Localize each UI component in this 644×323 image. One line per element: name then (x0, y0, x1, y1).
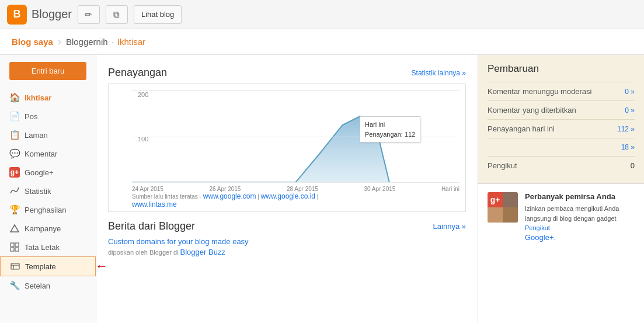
date-4: 30 Apr 2015 (364, 186, 395, 192)
settings-icon: 🔧 (9, 280, 20, 291)
right-panel: Pembaruan Komentar menunggu moderasi 0 »… (478, 55, 644, 323)
pembaruan-box: Pembaruan Komentar menunggu moderasi 0 »… (478, 55, 644, 183)
blogger-name: Blogger (32, 8, 72, 21)
entri-baru-button[interactable]: Entri baru (9, 62, 86, 80)
sidebar-label-kampanye: Kampanye (25, 224, 61, 233)
blog-saya-link[interactable]: Blog saya (12, 37, 53, 47)
blog-dot: · (112, 37, 114, 47)
pembaruan-value-4[interactable]: 18 » (621, 143, 635, 151)
sidebar-label-pos: Pos (25, 112, 37, 121)
sidebar-label-template: Template (25, 262, 56, 271)
sidebar-item-ikhtisar[interactable]: 🏠 Ikhtisar (0, 88, 96, 107)
home-icon: 🏠 (9, 92, 20, 103)
perbanyak-box: g+ Perbanyak pemirsa Anda Izinkan pembac… (478, 183, 644, 250)
edit-button[interactable]: ✏ (78, 5, 100, 24)
sidebar: Entri baru 🏠 Ikhtisar 📄 Pos 📋 Laman 💬 Ko… (0, 55, 96, 323)
ikhtisar-link[interactable]: Ikhtisar (117, 37, 145, 47)
gplus-avatar: g+ (488, 192, 518, 223)
copy-button[interactable]: ⧉ (106, 5, 128, 24)
date-5: Hari ini (441, 186, 459, 192)
blog-name: Bloggernih (66, 37, 108, 47)
sidebar-label-ikhtisar: Ikhtisar (25, 93, 51, 102)
source-link-lintas[interactable]: www.lintas.me (132, 200, 177, 209)
grid-top (132, 90, 459, 91)
sidebar-label-komentar: Komentar (25, 150, 57, 158)
pembaruan-value-1[interactable]: 0 » (625, 88, 635, 96)
pembaruan-row-4: 18 » (488, 138, 635, 156)
sidebar-label-penghasilan: Penghasilan (25, 206, 67, 214)
berita-lainnya-link[interactable]: Lainnya » (433, 222, 466, 231)
sidebar-label-gplus: Google+ (25, 168, 54, 177)
sidebar-label-laman: Laman (25, 131, 48, 140)
chart-dates: 24 Apr 2015 26 Apr 2015 28 Apr 2015 30 A… (132, 186, 459, 192)
sidebar-item-tata-letak[interactable]: Tata Letak (0, 238, 96, 256)
gplus-icon: g+ (9, 167, 20, 178)
sidebar-item-google-plus[interactable]: g+ Google+ (0, 163, 96, 182)
pages-icon: 📋 (9, 130, 20, 140)
berita-post-title[interactable]: Custom domains for your blog made easy (108, 237, 249, 246)
content-area: Penayangan Statistik lainnya » 200 100 (96, 55, 478, 323)
author-text: diposkan oleh Blogger di (108, 249, 178, 256)
blogger-buzz-link[interactable]: Blogger Buzz (180, 248, 225, 256)
date-3: 28 Apr 2015 (287, 186, 318, 192)
sidebar-label-setelan: Setelan (25, 282, 50, 290)
berita-post: Custom domains for your blog made easy d… (108, 237, 466, 256)
perbanyak-content: Perbanyak pemirsa Anda Izinkan pembaca m… (525, 192, 635, 242)
lihat-blog-button[interactable]: Lihat blog (134, 5, 182, 24)
berita-author: diposkan oleh Blogger di Blogger Buzz (108, 248, 466, 256)
date-1: 24 Apr 2015 (132, 186, 163, 192)
copy-icon: ⧉ (113, 9, 120, 20)
statistik-link[interactable]: Statistik lainnya » (412, 69, 466, 77)
pembaruan-value-3[interactable]: 112 » (617, 125, 635, 133)
grid-mid (132, 137, 459, 137)
y-label-200: 200 (138, 91, 148, 98)
gplus-cell-2 (488, 207, 503, 223)
source-link-google[interactable]: www.google.com (203, 192, 256, 200)
penayangan-header: Penayangan Statistik lainnya » (108, 67, 466, 79)
sidebar-item-setelan[interactable]: 🔧 Setelan (0, 276, 96, 295)
svg-rect-5 (11, 263, 19, 269)
pembaruan-label-3: Penayangan hari ini (488, 124, 555, 133)
pengikut-link[interactable]: Pengikut (525, 224, 550, 231)
sidebar-item-komentar[interactable]: 💬 Komentar (0, 144, 96, 163)
perbanyak-desc-start: Izinkan pembaca mengikuti Anda langsung … (525, 205, 619, 222)
svg-rect-2 (15, 243, 19, 246)
chart-source: Sumber lalu lintas teratas - www.google.… (132, 192, 459, 209)
chart-dot (375, 131, 380, 136)
pembaruan-label-1: Komentar menunggu moderasi (488, 87, 592, 96)
google-plus-link[interactable]: Google+. (525, 233, 556, 242)
source-link-google-id[interactable]: www.google.co.id (261, 192, 315, 200)
blogger-icon: B (7, 5, 27, 25)
berita-title: Berita dari Blogger (108, 220, 195, 232)
gplus-cell-logo: g+ (488, 192, 503, 207)
sidebar-item-statistik[interactable]: Statistik (0, 182, 96, 200)
topbar: B Blogger ✏ ⧉ Lihat blog (0, 0, 644, 29)
sidebar-item-pos[interactable]: 📄 Pos (0, 107, 96, 126)
source-label: Sumber lalu lintas teratas - (132, 193, 201, 200)
gplus-cell-1 (503, 192, 518, 207)
edit-icon: ✏ (85, 9, 92, 20)
svg-rect-1 (11, 243, 14, 246)
pengikut-value: 0 (631, 161, 635, 170)
penayangan-section: Penayangan Statistik lainnya » 200 100 (108, 67, 466, 212)
grid-bottom (132, 182, 459, 183)
sidebar-label-statistik: Statistik (25, 187, 51, 196)
svg-marker-0 (11, 225, 19, 232)
pembaruan-value-2[interactable]: 0 » (625, 106, 635, 114)
template-icon (10, 261, 20, 272)
document-icon: 📄 (9, 111, 20, 121)
trophy-icon: 🏆 (9, 204, 20, 215)
svg-rect-4 (15, 248, 19, 251)
pembaruan-title: Pembaruan (488, 63, 635, 75)
pembaruan-row-1: Komentar menunggu moderasi 0 » (488, 82, 635, 100)
sidebar-item-penghasilan[interactable]: 🏆 Penghasilan (0, 200, 96, 219)
pengikut-label: Pengikut (488, 161, 517, 170)
pengikut-row: Pengikut 0 (488, 156, 635, 175)
sidebar-item-kampanye[interactable]: Kampanye (0, 219, 96, 238)
perbanyak-desc: Izinkan pembaca mengikuti Anda langsung … (525, 204, 635, 233)
sidebar-item-template[interactable]: Template ← (0, 256, 96, 276)
svg-rect-3 (11, 248, 14, 251)
sidebar-item-laman[interactable]: 📋 Laman (0, 126, 96, 144)
chart-area: 200 100 (132, 90, 459, 183)
subheader-sep: › (58, 36, 61, 48)
